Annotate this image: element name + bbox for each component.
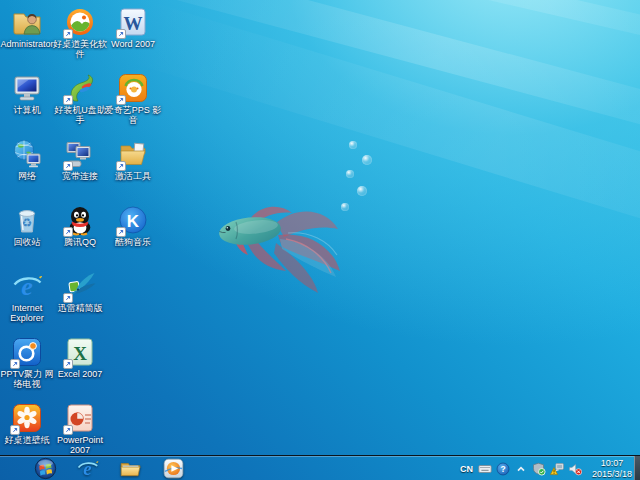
icon-label: 好桌道壁纸 [0, 435, 56, 445]
shortcut-arrow-icon [116, 95, 126, 105]
shortcut-arrow-icon [10, 359, 20, 369]
desktop-icon-word-2007[interactable]: WWord 2007 [104, 6, 162, 72]
tray-volume-muted-icon[interactable] [568, 462, 582, 476]
tools-folder-icon [117, 138, 149, 170]
icon-label: PowerPoint 2007 [51, 435, 109, 455]
icon-label: Word 2007 [104, 39, 162, 49]
shortcut-arrow-icon [116, 29, 126, 39]
icon-label: Excel 2007 [51, 369, 109, 379]
start-button[interactable] [34, 457, 57, 480]
taskbar-clock[interactable]: 10:07 2015/3/18 [592, 458, 632, 479]
shortcut-arrow-icon [63, 293, 73, 303]
wallpaper-flower-icon [11, 402, 43, 434]
bubble [357, 186, 367, 196]
system-tray: CN ? [459, 456, 582, 480]
icon-label: PPTV聚力 网络电视 [0, 369, 56, 389]
shortcut-arrow-icon [116, 161, 126, 171]
bubble [362, 155, 372, 165]
taskbar-button-media-player[interactable] [162, 457, 185, 480]
desktop-icon-xunlei-lite[interactable]: 迅雷精简版 [51, 270, 109, 336]
xunlei-bird-icon [64, 270, 96, 302]
svg-text:X: X [73, 343, 87, 364]
broadband-icon [64, 138, 96, 170]
icon-label: 酷狗音乐 [104, 237, 162, 247]
desktop-icon-recycle-bin[interactable]: ♻ 回收站 [0, 204, 56, 270]
word-icon: W [117, 6, 149, 38]
tray-security-check-icon[interactable] [532, 462, 546, 476]
show-desktop-button[interactable] [634, 456, 640, 480]
clock-date: 2015/3/18 [592, 469, 632, 480]
bubble [349, 141, 357, 149]
desktop-icon-tencent-qq[interactable]: 腾讯QQ [51, 204, 109, 270]
betta-fish [198, 185, 348, 300]
svg-text:e: e [83, 458, 91, 479]
network-globe-icon [11, 138, 43, 170]
shortcut-arrow-icon [63, 425, 73, 435]
bubble [346, 170, 354, 178]
user-folder-icon [11, 6, 43, 38]
media-player-icon [162, 457, 185, 480]
icon-label: Internet Explorer [0, 303, 56, 323]
desktop-icon-pps-video[interactable]: 爱奇艺PPS 影音 [104, 72, 162, 138]
icon-label: 爱奇艺PPS 影音 [104, 105, 162, 125]
svg-text:K: K [127, 212, 140, 231]
ie-icon: e [11, 270, 43, 302]
computer-icon [11, 72, 43, 104]
shortcut-arrow-icon [63, 227, 73, 237]
language-indicator[interactable]: CN [459, 464, 474, 474]
svg-text:e: e [21, 272, 33, 301]
svg-text:?: ? [500, 464, 505, 474]
tray-network-warning-icon[interactable] [550, 462, 564, 476]
green-ribbon-icon [64, 72, 96, 104]
powerpoint-icon [64, 402, 96, 434]
desktop-icon-pptv[interactable]: PPTV聚力 网络电视 [0, 336, 56, 402]
recycle-bin-icon: ♻ [11, 204, 43, 236]
taskbar[interactable]: e CN ? 10:07 2015/3/18 [0, 455, 640, 480]
shortcut-arrow-icon [63, 359, 73, 369]
desktop-icon-haozhuodao-software[interactable]: 好桌道美化软件 [51, 6, 109, 72]
desktop-icon-computer[interactable]: 计算机 [0, 72, 56, 138]
pptv-icon [11, 336, 43, 368]
shortcut-arrow-icon [10, 425, 20, 435]
pps-icon [117, 72, 149, 104]
desktop-icon-broadband-connection[interactable]: 宽带连接 [51, 138, 109, 204]
taskbar-button-windows-explorer[interactable] [119, 457, 142, 480]
excel-icon: X [64, 336, 96, 368]
desktop-icon-excel-2007[interactable]: XExcel 2007 [51, 336, 109, 402]
desktop-icon-network[interactable]: 网络 [0, 138, 56, 204]
light-ray [304, 0, 640, 70]
icon-label: 宽带连接 [51, 171, 109, 181]
shortcut-arrow-icon [63, 29, 73, 39]
icon-label: 激活工具 [104, 171, 162, 181]
icon-label: 迅雷精简版 [51, 303, 109, 313]
desktop-wallpaper: Administrator 好桌道美化软件 WWord 2007 计算机 好装机… [0, 0, 640, 480]
svg-text:W: W [124, 13, 143, 34]
ie-icon: e [76, 457, 99, 480]
icon-label: 好装机U盘助手 [51, 105, 109, 125]
shortcut-arrow-icon [63, 161, 73, 171]
icon-label: 回收站 [0, 237, 56, 247]
taskbar-button-internet-explorer[interactable]: e [76, 457, 99, 480]
shortcut-arrow-icon [116, 227, 126, 237]
icon-label: Administrator [0, 39, 56, 49]
tray-keyboard-icon[interactable] [478, 462, 492, 476]
haozhuodao-icon [64, 6, 96, 38]
desktop-icon-kugou-music[interactable]: K酷狗音乐 [104, 204, 162, 270]
icon-label: 好桌道美化软件 [51, 39, 109, 59]
kugou-icon: K [117, 204, 149, 236]
shortcut-arrow-icon [63, 95, 73, 105]
icon-label: 网络 [0, 171, 56, 181]
clock-time: 10:07 [592, 458, 632, 469]
icon-label: 腾讯QQ [51, 237, 109, 247]
desktop-icon-haozhuangji-helper[interactable]: 好装机U盘助手 [51, 72, 109, 138]
tray-help-icon[interactable]: ? [496, 462, 510, 476]
desktop-icon-activation-tools[interactable]: 激活工具 [104, 138, 162, 204]
explorer-folder-icon [119, 457, 142, 480]
icon-label: 计算机 [0, 105, 56, 115]
desktop-icon-internet-explorer[interactable]: e Internet Explorer [0, 270, 56, 336]
qq-icon [64, 204, 96, 236]
tray-chevron-up-icon[interactable] [514, 462, 528, 476]
desktop-icon-administrator[interactable]: Administrator [0, 6, 56, 72]
